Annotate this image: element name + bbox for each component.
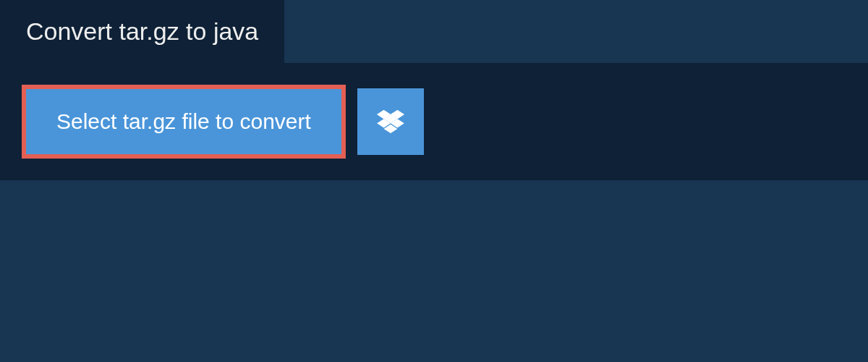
- select-file-button[interactable]: Select tar.gz file to convert: [26, 89, 341, 154]
- tab-convert[interactable]: Convert tar.gz to java: [0, 0, 284, 63]
- upload-panel: Select tar.gz file to convert: [0, 63, 868, 180]
- select-button-highlight: Select tar.gz file to convert: [22, 85, 346, 159]
- dropbox-button[interactable]: [357, 88, 424, 155]
- dropbox-icon: [377, 110, 404, 133]
